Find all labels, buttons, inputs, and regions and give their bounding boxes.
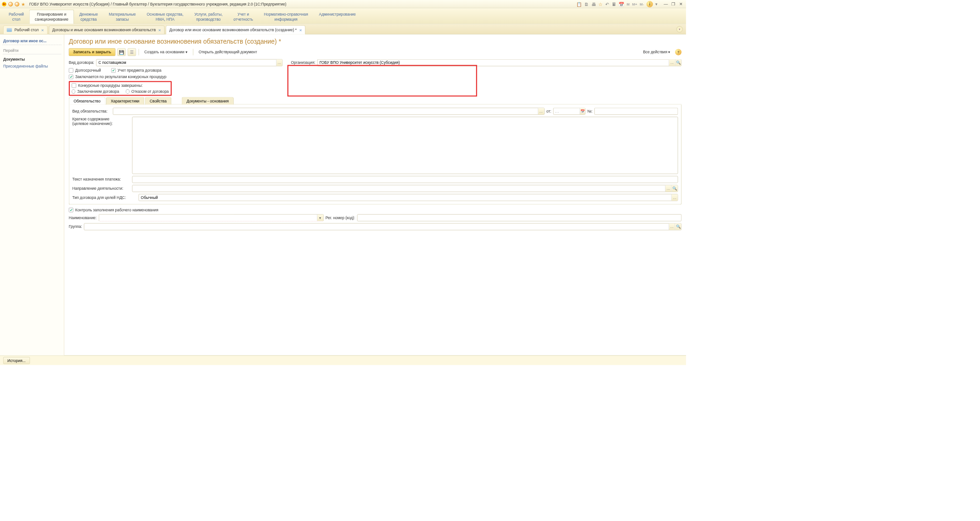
print-icon[interactable]: 🖶 — [591, 1, 596, 6]
longterm-label: Долгосрочный — [75, 68, 101, 73]
window-dot-icon[interactable] — [15, 2, 19, 6]
calendar-icon[interactable]: 📅 — [619, 1, 624, 6]
select-button[interactable]: … — [276, 60, 282, 66]
search-button[interactable]: 🔍 — [671, 185, 678, 192]
section-tab-refs[interactable]: Нормативно-справочная информация — [259, 10, 314, 24]
section-tab-admin[interactable]: Администрирование — [314, 10, 361, 24]
maximize-button[interactable]: ❐ — [670, 2, 676, 7]
payment-text-input[interactable] — [132, 176, 678, 183]
select-button[interactable]: … — [538, 108, 544, 114]
create-on-basis-button[interactable]: Создать на основании ▾ — [141, 48, 190, 56]
save-close-button[interactable]: Записать и закрыть — [69, 48, 115, 56]
titlebar: 1c ★ ГОБУ ВПО Университет искусств (Субс… — [0, 0, 686, 8]
tabs-menu-button[interactable]: ▾ — [676, 26, 683, 32]
doc-tab-desktop[interactable]: Рабочий стол × — [3, 25, 47, 34]
tender-checkbox[interactable]: ✔ — [69, 75, 73, 79]
short-desc-label: Краткое содержание (целевое назначение): — [73, 117, 130, 126]
close-button[interactable]: ✕ — [678, 2, 684, 7]
section-tab-planning[interactable]: Планирование и санкционирование — [29, 10, 74, 24]
memory-mplus-icon[interactable]: M+ — [632, 2, 637, 6]
section-tabs: Рабочий стол Планирование и санкциониров… — [0, 8, 686, 24]
desktop-icon — [7, 28, 12, 32]
radio-by-refusal[interactable] — [126, 89, 130, 93]
date-from-label: от: — [546, 109, 552, 113]
close-icon[interactable]: × — [158, 27, 161, 32]
inner-tab-obligation[interactable]: Обязательство — [69, 97, 106, 105]
sidebar-item-files[interactable]: Присоединенные файлы — [3, 63, 62, 70]
select-button[interactable]: … — [669, 60, 675, 66]
sidebar-goto-label: Перейти — [3, 47, 62, 54]
section-tab-desktop[interactable]: Рабочий стол — [3, 10, 29, 24]
vat-type-input[interactable]: … — [139, 194, 678, 201]
history-button[interactable]: История... — [3, 357, 30, 364]
control-name-checkbox[interactable]: ✔ — [69, 208, 73, 212]
organization-label: Организация: — [291, 61, 315, 65]
inner-tabs: Обязательство Характеристики Свойства До… — [69, 97, 681, 105]
section-tab-money[interactable]: Денежные средства — [74, 10, 103, 24]
page-title: Договор или иное основание возникновения… — [69, 38, 681, 45]
save-button[interactable]: 💾 — [117, 48, 125, 56]
document-tabs: Рабочий стол × Договоры и иные основания… — [0, 24, 686, 34]
reg-number-label: Рег. номер (код): — [326, 215, 355, 220]
doc-tab-label: Договор или иное основание возникновения… — [169, 28, 297, 32]
help-icon[interactable]: ? — [675, 49, 681, 56]
group-input[interactable]: … 🔍 — [84, 223, 681, 230]
search-button[interactable]: 🔍 — [675, 224, 681, 230]
inner-tab-base-docs[interactable]: Документы - основания — [182, 97, 234, 105]
longterm-checkbox[interactable] — [69, 68, 73, 73]
reg-number-input[interactable] — [357, 214, 681, 221]
calculator-icon[interactable]: 🖩 — [612, 1, 616, 6]
content-area: Договор или иное основание возникновения… — [64, 34, 686, 356]
tender-done-checkbox[interactable] — [72, 83, 76, 88]
dropdown-icon[interactable]: ▾ — [655, 2, 658, 7]
short-desc-textarea[interactable] — [132, 117, 678, 174]
close-icon[interactable]: × — [299, 27, 302, 32]
doc-tab-label: Рабочий стол — [15, 28, 39, 32]
favorite-icon[interactable]: ☆ — [598, 1, 603, 6]
inner-tab-properties[interactable]: Свойства — [145, 97, 171, 105]
select-button[interactable]: … — [669, 224, 675, 230]
highlight-box-right — [287, 65, 477, 97]
doc-icon[interactable]: 🗎 — [584, 1, 589, 6]
doc-tab-contracts-list[interactable]: Договоры и иные основания возникновения … — [49, 25, 164, 34]
memory-mminus-icon[interactable]: M- — [640, 2, 644, 6]
obligation-type-label: Вид обязательства: — [73, 109, 111, 113]
calendar-button[interactable]: 📅 — [580, 108, 585, 114]
control-name-label: Контроль заполнения рабочего наименовани… — [75, 208, 158, 212]
select-button[interactable]: … — [665, 185, 671, 192]
info-icon[interactable]: i — [647, 1, 653, 7]
number-input[interactable] — [594, 108, 678, 115]
contract-type-value[interactable] — [96, 60, 276, 66]
sidebar-section-title[interactable]: Договор или иное ос... — [3, 38, 62, 45]
star-icon[interactable]: ★ — [21, 1, 25, 6]
direction-input[interactable]: … 🔍 — [132, 185, 678, 192]
obligation-type-input[interactable]: … — [113, 108, 545, 115]
section-tab-assets[interactable]: Основные средства, НМА, НПА — [141, 10, 189, 24]
minimize-button[interactable]: — — [663, 2, 669, 7]
clipboard-icon[interactable]: 📋 — [576, 1, 582, 6]
section-tab-materials[interactable]: Материальные запасы — [103, 10, 141, 24]
doc-tab-contract-new[interactable]: Договор или иное основание возникновения… — [166, 25, 305, 34]
inner-tab-characteristics[interactable]: Характеристики — [106, 97, 144, 105]
close-icon[interactable]: × — [41, 27, 44, 32]
date-input[interactable]: 📅 — [553, 108, 586, 115]
subject-acc-checkbox[interactable]: ✔ — [111, 68, 116, 73]
memory-m-icon[interactable]: M — [627, 2, 630, 6]
open-active-doc-button[interactable]: Открыть действующий документ — [196, 48, 260, 56]
highlight-box-left: Конкурсные процедуры завершены: Заключен… — [69, 81, 172, 96]
search-button[interactable]: 🔍 — [675, 60, 681, 66]
window-dot-icon[interactable] — [8, 2, 13, 6]
history-icon[interactable]: ↶ — [605, 1, 609, 6]
list-button[interactable]: ☰ — [128, 48, 136, 56]
name-input[interactable]: ▾ — [99, 214, 324, 221]
dropdown-button[interactable]: ▾ — [317, 215, 323, 221]
select-button[interactable]: … — [671, 194, 678, 201]
section-tab-reporting[interactable]: Учет и отчетность — [228, 10, 258, 24]
section-tab-services[interactable]: Услуги, работы, производство — [189, 10, 228, 24]
contract-type-input[interactable]: … — [96, 59, 282, 66]
all-actions-button[interactable]: Все действия ▾ — [640, 48, 673, 56]
radio-by-contract[interactable] — [72, 89, 75, 93]
sidebar: Договор или иное ос... Перейти Документы… — [0, 34, 64, 356]
sidebar-item-documents[interactable]: Документы — [3, 56, 62, 62]
contract-type-label: Вид договора: — [69, 61, 94, 65]
